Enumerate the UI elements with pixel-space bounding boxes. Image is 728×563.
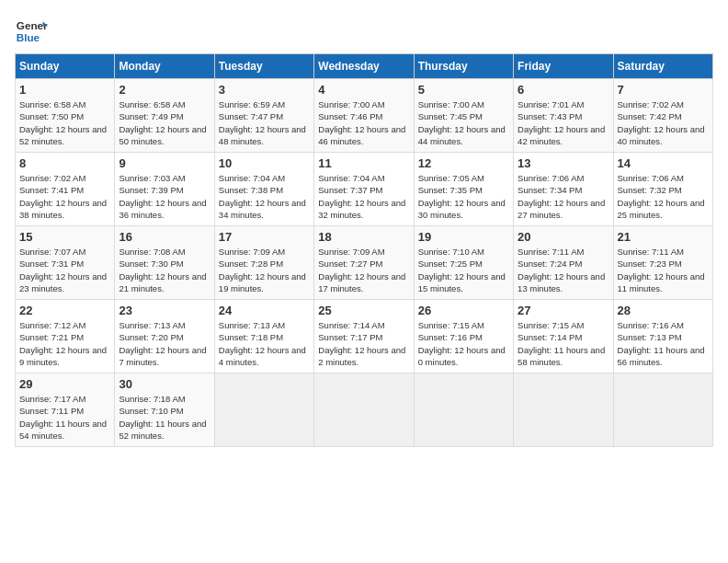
day-info: Sunrise: 7:06 AMSunset: 7:34 PMDaylight:…: [518, 172, 609, 221]
calendar-week-1: 1Sunrise: 6:58 AMSunset: 7:50 PMDaylight…: [16, 79, 713, 153]
calendar-cell: 21Sunrise: 7:11 AMSunset: 7:23 PMDayligh…: [613, 226, 712, 300]
calendar-week-2: 8Sunrise: 7:02 AMSunset: 7:41 PMDaylight…: [16, 153, 713, 226]
day-number: 7: [618, 83, 709, 97]
calendar-cell: 8Sunrise: 7:02 AMSunset: 7:41 PMDaylight…: [16, 153, 115, 226]
day-info: Sunrise: 7:11 AMSunset: 7:23 PMDaylight:…: [618, 246, 709, 294]
day-number: 17: [219, 230, 310, 244]
day-number: 1: [19, 83, 110, 97]
day-info: Sunrise: 7:03 AMSunset: 7:39 PMDaylight:…: [119, 172, 210, 221]
calendar-cell: 2Sunrise: 6:58 AMSunset: 7:49 PMDaylight…: [115, 79, 214, 153]
calendar-cell: [514, 373, 613, 447]
weekday-header-sunday: Sunday: [16, 54, 115, 79]
day-number: 12: [418, 156, 509, 170]
day-info: Sunrise: 7:09 AMSunset: 7:27 PMDaylight:…: [318, 246, 409, 294]
calendar-cell: 6Sunrise: 7:01 AMSunset: 7:43 PMDaylight…: [514, 79, 613, 153]
weekday-header-row: SundayMondayTuesdayWednesdayThursdayFrid…: [16, 54, 713, 79]
calendar-cell: 19Sunrise: 7:10 AMSunset: 7:25 PMDayligh…: [414, 226, 513, 300]
day-number: 26: [418, 304, 509, 317]
day-number: 20: [518, 230, 609, 244]
calendar-cell: 15Sunrise: 7:07 AMSunset: 7:31 PMDayligh…: [16, 226, 115, 300]
day-number: 16: [119, 230, 210, 244]
calendar-cell: 1Sunrise: 6:58 AMSunset: 7:50 PMDaylight…: [16, 79, 115, 153]
day-info: Sunrise: 7:11 AMSunset: 7:24 PMDaylight:…: [518, 246, 609, 294]
calendar-header: General Blue: [15, 15, 713, 48]
day-number: 5: [418, 83, 509, 97]
day-info: Sunrise: 7:15 AMSunset: 7:16 PMDaylight:…: [418, 319, 509, 368]
day-number: 23: [119, 304, 210, 317]
day-number: 18: [318, 230, 409, 244]
calendar-cell: [414, 373, 513, 447]
weekday-header-monday: Monday: [115, 54, 214, 79]
weekday-header-thursday: Thursday: [414, 54, 513, 79]
day-number: 13: [518, 156, 609, 170]
day-info: Sunrise: 7:06 AMSunset: 7:32 PMDaylight:…: [618, 172, 709, 221]
day-number: 14: [618, 156, 709, 170]
day-info: Sunrise: 7:07 AMSunset: 7:31 PMDaylight:…: [19, 246, 110, 294]
calendar-cell: 5Sunrise: 7:00 AMSunset: 7:45 PMDaylight…: [414, 79, 513, 153]
day-info: Sunrise: 7:12 AMSunset: 7:21 PMDaylight:…: [19, 319, 110, 368]
day-info: Sunrise: 7:00 AMSunset: 7:46 PMDaylight:…: [318, 98, 409, 147]
day-number: 19: [418, 230, 509, 244]
day-info: Sunrise: 7:01 AMSunset: 7:43 PMDaylight:…: [518, 98, 609, 147]
day-info: Sunrise: 7:04 AMSunset: 7:37 PMDaylight:…: [318, 172, 409, 221]
weekday-header-wednesday: Wednesday: [314, 54, 414, 79]
day-number: 24: [219, 304, 310, 317]
day-info: Sunrise: 7:13 AMSunset: 7:20 PMDaylight:…: [119, 319, 210, 368]
calendar-cell: 11Sunrise: 7:04 AMSunset: 7:37 PMDayligh…: [314, 153, 414, 226]
day-info: Sunrise: 6:58 AMSunset: 7:49 PMDaylight:…: [119, 98, 210, 147]
day-number: 21: [618, 230, 709, 244]
day-info: Sunrise: 7:18 AMSunset: 7:10 PMDaylight:…: [119, 393, 210, 442]
day-number: 27: [518, 304, 609, 317]
day-info: Sunrise: 7:10 AMSunset: 7:25 PMDaylight:…: [418, 246, 509, 294]
day-number: 15: [19, 230, 110, 244]
calendar-cell: 12Sunrise: 7:05 AMSunset: 7:35 PMDayligh…: [414, 153, 513, 226]
day-number: 4: [318, 83, 409, 97]
calendar-cell: 30Sunrise: 7:18 AMSunset: 7:10 PMDayligh…: [115, 373, 214, 447]
calendar-week-4: 22Sunrise: 7:12 AMSunset: 7:21 PMDayligh…: [16, 300, 713, 373]
day-info: Sunrise: 6:58 AMSunset: 7:50 PMDaylight:…: [19, 98, 110, 147]
calendar-cell: 23Sunrise: 7:13 AMSunset: 7:20 PMDayligh…: [115, 300, 214, 373]
calendar-cell: 29Sunrise: 7:17 AMSunset: 7:11 PMDayligh…: [16, 373, 115, 447]
calendar-cell: 4Sunrise: 7:00 AMSunset: 7:46 PMDaylight…: [314, 79, 414, 153]
day-number: 22: [19, 304, 110, 317]
day-info: Sunrise: 7:00 AMSunset: 7:45 PMDaylight:…: [418, 98, 509, 147]
day-info: Sunrise: 7:17 AMSunset: 7:11 PMDaylight:…: [19, 393, 110, 442]
calendar-cell: 24Sunrise: 7:13 AMSunset: 7:18 PMDayligh…: [214, 300, 313, 373]
day-number: 25: [318, 304, 409, 317]
day-info: Sunrise: 7:08 AMSunset: 7:30 PMDaylight:…: [119, 246, 210, 294]
calendar-cell: 13Sunrise: 7:06 AMSunset: 7:34 PMDayligh…: [514, 153, 613, 226]
day-info: Sunrise: 7:05 AMSunset: 7:35 PMDaylight:…: [418, 172, 509, 221]
day-info: Sunrise: 7:04 AMSunset: 7:38 PMDaylight:…: [219, 172, 310, 221]
day-number: 2: [119, 83, 210, 97]
calendar-cell: 28Sunrise: 7:16 AMSunset: 7:13 PMDayligh…: [613, 300, 712, 373]
calendar-cell: 3Sunrise: 6:59 AMSunset: 7:47 PMDaylight…: [214, 79, 313, 153]
calendar-cell: 17Sunrise: 7:09 AMSunset: 7:28 PMDayligh…: [214, 226, 313, 300]
day-info: Sunrise: 7:09 AMSunset: 7:28 PMDaylight:…: [219, 246, 310, 294]
day-number: 9: [119, 156, 210, 170]
day-number: 28: [618, 304, 709, 317]
day-number: 11: [318, 156, 409, 170]
calendar-cell: 16Sunrise: 7:08 AMSunset: 7:30 PMDayligh…: [115, 226, 214, 300]
day-info: Sunrise: 6:59 AMSunset: 7:47 PMDaylight:…: [219, 98, 310, 147]
day-number: 3: [219, 83, 310, 97]
svg-text:Blue: Blue: [17, 31, 40, 43]
calendar-cell: 14Sunrise: 7:06 AMSunset: 7:32 PMDayligh…: [613, 153, 712, 226]
weekday-header-saturday: Saturday: [613, 54, 712, 79]
calendar-week-5: 29Sunrise: 7:17 AMSunset: 7:11 PMDayligh…: [16, 373, 713, 447]
day-info: Sunrise: 7:02 AMSunset: 7:42 PMDaylight:…: [618, 98, 709, 147]
calendar-cell: [613, 373, 712, 447]
day-number: 10: [219, 156, 310, 170]
calendar-cell: [214, 373, 313, 447]
logo-icon: General Blue: [15, 15, 48, 48]
calendar-cell: 22Sunrise: 7:12 AMSunset: 7:21 PMDayligh…: [16, 300, 115, 373]
calendar-week-3: 15Sunrise: 7:07 AMSunset: 7:31 PMDayligh…: [16, 226, 713, 300]
calendar-table: SundayMondayTuesdayWednesdayThursdayFrid…: [15, 53, 713, 447]
calendar-cell: 9Sunrise: 7:03 AMSunset: 7:39 PMDaylight…: [115, 153, 214, 226]
calendar-cell: 27Sunrise: 7:15 AMSunset: 7:14 PMDayligh…: [514, 300, 613, 373]
calendar-cell: [314, 373, 414, 447]
calendar-cell: 20Sunrise: 7:11 AMSunset: 7:24 PMDayligh…: [514, 226, 613, 300]
day-number: 6: [518, 83, 609, 97]
day-number: 29: [19, 377, 110, 391]
weekday-header-tuesday: Tuesday: [214, 54, 313, 79]
day-info: Sunrise: 7:02 AMSunset: 7:41 PMDaylight:…: [19, 172, 110, 221]
